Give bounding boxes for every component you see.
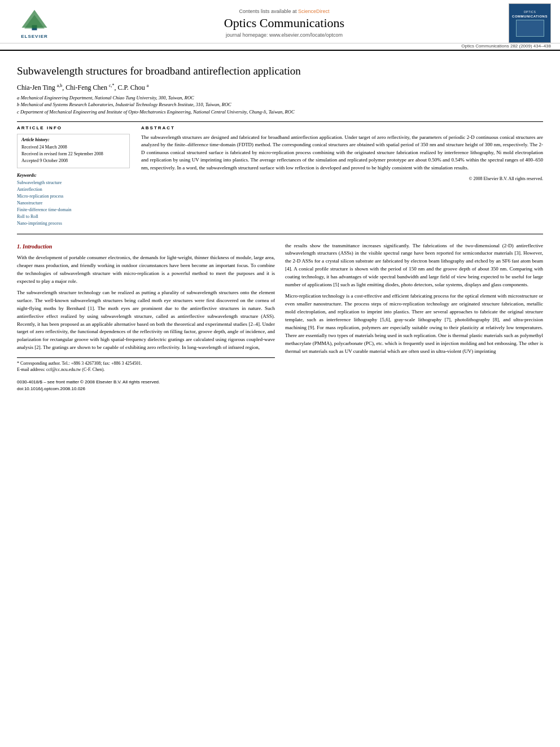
authors-line: Chia-Jen Ting a,b, Chi-Feng Chen c,*, C.… bbox=[17, 83, 543, 92]
issn-line: 0030-4018/$ – see front matter © 2008 El… bbox=[17, 379, 275, 386]
copyright: © 2008 Elsevier B.V. All rights reserved… bbox=[141, 176, 543, 181]
section1-heading: 1. Introduction bbox=[17, 242, 275, 251]
email-footnote: E-mail address: ccf@cc.ncu.edu.tw (C-F. … bbox=[17, 366, 275, 373]
author-chen: Chi-Feng Chen c,* bbox=[65, 84, 114, 91]
corresponding-footnote: * Corresponding author. Tel.: +886 3 426… bbox=[17, 360, 275, 366]
body-right-col: the results show the transmittance incre… bbox=[285, 242, 543, 393]
sciencedirect-link: ScienceDirect bbox=[298, 8, 330, 14]
article-history-box: Article history: Received 24 March 2008 … bbox=[17, 134, 130, 168]
affiliations: a Mechanical Engineering Department, Nat… bbox=[17, 94, 543, 116]
body-two-col: 1. Introduction With the development of … bbox=[17, 242, 543, 393]
kw-4: Nanostructure bbox=[17, 200, 130, 207]
info-abstract-row: ARTICLE INFO Article history: Received 2… bbox=[17, 125, 543, 227]
journal-homepage: journal homepage: www.elsevier.com/locat… bbox=[60, 32, 509, 38]
page-content: Subwavelength structures for broadband a… bbox=[0, 51, 560, 398]
header-divider bbox=[17, 121, 543, 122]
keywords-label: Keywords: bbox=[17, 173, 130, 178]
affil-b: b Mechanical and Systems Research Labora… bbox=[17, 101, 543, 108]
body-para-3: the results show the transmittance incre… bbox=[285, 242, 543, 290]
journal-thumbnail: OPTICS COMMUNICATIONS bbox=[509, 3, 551, 43]
history-label: Article history: bbox=[21, 137, 125, 142]
kw-6: Roll to Roll bbox=[17, 213, 130, 220]
affil-a: a Mechanical Engineering Department, Nat… bbox=[17, 94, 543, 102]
article-info-col: ARTICLE INFO Article history: Received 2… bbox=[17, 125, 130, 227]
footnote-area: * Corresponding author. Tel.: +886 3 426… bbox=[17, 357, 275, 373]
author-ting: Chia-Jen Ting a,b bbox=[17, 84, 62, 91]
kw-3: Micro-replication process bbox=[17, 193, 130, 200]
received-date: Received 24 March 2008 bbox=[21, 144, 125, 150]
kw-1: Subwavelength structure bbox=[17, 180, 130, 186]
body-left-col: 1. Introduction With the development of … bbox=[17, 242, 275, 393]
affil-c: c Department of Mechanical Engineering a… bbox=[17, 108, 543, 116]
bottom-issn: 0030-4018/$ – see front matter © 2008 El… bbox=[17, 379, 275, 393]
keywords-section: Keywords: Subwavelength structure Antire… bbox=[17, 173, 130, 227]
abstract-col: ABSTRACT The subwavelength structures ar… bbox=[141, 125, 543, 227]
contents-line: Contents lists available at ScienceDirec… bbox=[60, 8, 509, 14]
accepted-date: Accepted 9 October 2008 bbox=[21, 158, 125, 164]
body-para-1: With the development of portable consume… bbox=[17, 254, 275, 286]
doi-line: doi:10.1016/j.optcom.2008.10.026 bbox=[17, 386, 275, 392]
abstract-text: The subwavelength structures are designe… bbox=[141, 134, 543, 172]
abstract-label: ABSTRACT bbox=[141, 125, 543, 130]
kw-2: Antireflection bbox=[17, 186, 130, 193]
revised-date: Received in revised form 22 September 20… bbox=[21, 151, 125, 157]
body-divider bbox=[17, 234, 543, 234]
kw-7: Nano-imprinting process bbox=[17, 220, 130, 227]
article-info-label: ARTICLE INFO bbox=[17, 125, 130, 130]
elsevier-logo: ELSEVIER bbox=[9, 7, 60, 39]
body-para-2: The subwavelength structure technology c… bbox=[17, 289, 275, 352]
journal-ref-top: Optics Communications 282 (2009) 434–438 bbox=[0, 43, 560, 51]
kw-5: Finite-difference time-domain bbox=[17, 207, 130, 213]
body-para-4: Micro-replication technology is a cost-e… bbox=[285, 292, 543, 356]
journal-header: ELSEVIER Contents lists available at Sci… bbox=[0, 0, 560, 43]
journal-title: Optics Communications bbox=[60, 16, 509, 30]
journal-center-info: Contents lists available at ScienceDirec… bbox=[60, 6, 509, 40]
elsevier-wordmark: ELSEVIER bbox=[21, 34, 48, 39]
elsevier-tree-icon bbox=[15, 7, 54, 33]
contents-text: Contents lists available at bbox=[239, 8, 296, 14]
body-content: 1. Introduction With the development of … bbox=[17, 242, 543, 393]
paper-title: Subwavelength structures for broadband a… bbox=[17, 64, 543, 78]
author-chou: C.P. Chou a bbox=[117, 84, 148, 91]
